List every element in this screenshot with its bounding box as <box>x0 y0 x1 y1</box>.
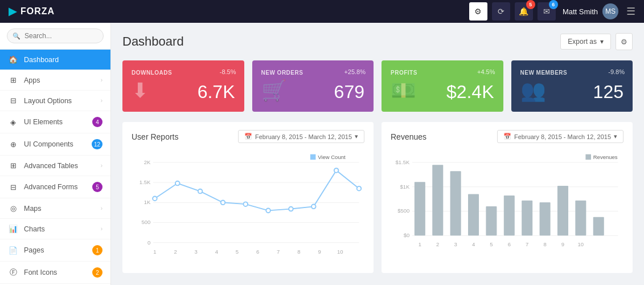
page-title: Dashboard <box>122 34 184 49</box>
stat-icon-downloads: ⬇ <box>132 79 149 103</box>
sidebar-link-ui-components[interactable]: ⊕UI Components12 <box>0 133 110 155</box>
sidebar-item-font-icons[interactable]: ⒻFont Icons2 <box>0 262 110 284</box>
svg-text:2: 2 <box>174 249 177 255</box>
line-chart-svg: 2K 1.5K 1K 500 0 1 2 3 4 5 6 <box>132 149 364 263</box>
sidebar-item-layout[interactable]: ⊟Layout Options› <box>0 91 110 111</box>
sidebar-link-advanced-forms[interactable]: ⊟Advanced Forms5 <box>0 176 110 198</box>
user-reports-header: User Reports 📅 February 8, 2015 - March … <box>132 130 364 143</box>
export-button[interactable]: Export as ▾ <box>560 34 611 50</box>
chevron-icon: › <box>101 226 102 232</box>
stat-bottom-profits: 💵 $2.4K <box>391 79 494 103</box>
sidebar-link-apps[interactable]: ⊞Apps› <box>0 70 110 90</box>
stat-icon-new-members: 👥 <box>520 79 546 103</box>
nav-icon-advanced-forms: ⊟ <box>8 183 18 192</box>
svg-rect-47 <box>540 202 551 235</box>
export-label: Export as <box>568 38 597 46</box>
svg-point-26 <box>244 202 248 206</box>
calendar-icon: 📅 <box>503 133 511 140</box>
sidebar-link-maps[interactable]: ◎Maps› <box>0 198 110 218</box>
bar-chart-svg: $1.5K $1K $500 $0 1 2 3 4 5 6 7 <box>391 149 624 263</box>
svg-point-29 <box>311 205 316 209</box>
svg-text:0: 0 <box>147 239 150 246</box>
user-avatar[interactable]: MS <box>602 3 618 19</box>
main-layout: 🔍 🏠Dashboard⊞Apps›⊟Layout Options›◈UI El… <box>0 23 644 285</box>
revenues-date-btn[interactable]: 📅 February 8, 2015 - March 12, 2015 ▾ <box>497 130 624 143</box>
svg-text:500: 500 <box>141 219 150 225</box>
page-settings-button[interactable]: ⚙ <box>616 33 633 50</box>
user-reports-chart: 2K 1.5K 1K 500 0 1 2 3 4 5 6 <box>132 149 364 265</box>
sidebar-item-advanced-forms[interactable]: ⊟Advanced Forms5 <box>0 176 110 198</box>
svg-rect-49 <box>575 201 586 236</box>
revenues-card: Revenues 📅 February 8, 2015 - March 12, … <box>382 122 633 273</box>
search-input[interactable] <box>7 28 104 43</box>
svg-rect-42 <box>450 171 461 235</box>
svg-text:5: 5 <box>236 249 239 255</box>
user-name: Matt Smith <box>563 7 598 16</box>
nav-badge: 5 <box>92 182 102 192</box>
nav-badge: 1 <box>92 245 102 255</box>
stat-bottom-new-orders: 🛒 679 <box>261 79 365 103</box>
svg-text:1: 1 <box>153 249 156 255</box>
svg-rect-43 <box>468 194 479 236</box>
svg-rect-45 <box>504 196 515 235</box>
svg-point-23 <box>175 181 180 186</box>
svg-text:4: 4 <box>472 241 475 247</box>
settings-nav-btn[interactable]: ⚙ <box>469 2 487 21</box>
sidebar-link-font-icons[interactable]: ⒻFont Icons2 <box>0 262 110 283</box>
svg-text:9: 9 <box>561 241 564 247</box>
svg-text:2K: 2K <box>144 159 151 165</box>
svg-text:3: 3 <box>195 249 198 255</box>
nav-icon-font-icons: Ⓕ <box>8 267 18 278</box>
stat-value-downloads: 6.7K <box>198 82 235 103</box>
nav-badge: 4 <box>92 117 102 127</box>
stat-bottom-downloads: ⬇ 6.7K <box>132 79 235 103</box>
sidebar-link-ui-elements[interactable]: ◈UI Elements4 <box>0 111 110 133</box>
stats-row: DOWNLOADS -8.5% ⬇ 6.7K NEW ORDERS +25.8%… <box>122 60 633 112</box>
stat-value-new-orders: 679 <box>334 82 364 103</box>
stat-value-profits: $2.4K <box>446 82 494 103</box>
stat-change-new-orders: +25.8% <box>344 68 366 75</box>
logo-text: FORZA <box>20 6 55 17</box>
svg-point-30 <box>334 168 339 173</box>
svg-point-24 <box>198 189 203 194</box>
nav-icon-pages: 📄 <box>8 246 18 255</box>
stat-icon-new-orders: 🛒 <box>261 79 287 103</box>
content-header: Dashboard Export as ▾ ⚙ <box>122 33 633 50</box>
sidebar-item-dashboard[interactable]: 🏠Dashboard <box>0 50 110 70</box>
sidebar-item-pages[interactable]: 📄Pages1 <box>0 239 110 262</box>
nav-actions: ⚙ ⟳ 🔔 5 ✉ 6 Matt Smith MS ☰ <box>469 2 635 21</box>
sidebar-item-apps[interactable]: ⊞Apps› <box>0 70 110 91</box>
svg-text:$500: $500 <box>397 207 409 214</box>
nav-icon-advanced-tables: ⊞ <box>8 161 18 170</box>
revenues-date: February 8, 2015 - March 12, 2015 <box>514 133 611 140</box>
nav-badge: 12 <box>92 139 102 149</box>
sidebar-item-ui-elements[interactable]: ◈UI Elements4 <box>0 111 110 133</box>
svg-rect-40 <box>415 182 425 235</box>
user-reports-title: User Reports <box>132 132 178 141</box>
sidebar-item-charts[interactable]: 📊Charts› <box>0 219 110 239</box>
sidebar-link-dashboard[interactable]: 🏠Dashboard <box>0 50 110 70</box>
svg-text:4: 4 <box>215 249 218 255</box>
sidebar-link-layout[interactable]: ⊟Layout Options› <box>0 91 110 111</box>
sidebar-link-charts[interactable]: 📊Charts› <box>0 219 110 239</box>
content-area: Dashboard Export as ▾ ⚙ DOWNLOADS -8.5% … <box>111 23 644 285</box>
svg-text:9: 9 <box>318 249 321 255</box>
svg-text:10: 10 <box>337 249 343 255</box>
nav-icon-charts: 📊 <box>8 225 18 233</box>
notifications-btn[interactable]: 🔔 5 <box>515 2 533 21</box>
svg-text:6: 6 <box>508 241 511 247</box>
svg-text:7: 7 <box>526 241 528 247</box>
sidebar-link-pages[interactable]: 📄Pages1 <box>0 239 110 261</box>
sidebar-link-advanced-tables[interactable]: ⊞Advanced Tables› <box>0 156 110 176</box>
sidebar-item-advanced-tables[interactable]: ⊞Advanced Tables› <box>0 156 110 176</box>
sidebar-item-maps[interactable]: ◎Maps› <box>0 198 110 219</box>
messages-btn[interactable]: ✉ 6 <box>538 2 556 21</box>
activity-nav-btn[interactable]: ⟳ <box>492 2 510 21</box>
user-reports-date-btn[interactable]: 📅 February 8, 2015 - March 12, 2015 ▾ <box>238 130 364 143</box>
svg-text:1K: 1K <box>144 199 151 205</box>
stat-card-profits: PROFITS +4.5% 💵 $2.4K <box>382 60 503 112</box>
logo: ▶ FORZA <box>9 5 55 18</box>
sidebar-item-ui-components[interactable]: ⊕UI Components12 <box>0 133 110 156</box>
hamburger-menu[interactable]: ☰ <box>626 5 635 18</box>
charts-row: User Reports 📅 February 8, 2015 - March … <box>122 122 633 273</box>
